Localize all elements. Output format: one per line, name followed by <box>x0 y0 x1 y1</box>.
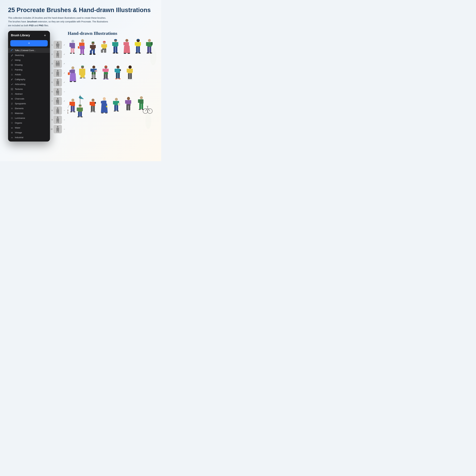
brush-item-vintage[interactable]: Vintage <box>8 130 50 135</box>
sketching-icon <box>10 54 14 57</box>
brush-item-painting[interactable]: Painting <box>8 67 50 72</box>
brush-item-industrial[interactable]: Industrial <box>8 135 50 140</box>
brush-item-inking[interactable]: Inking <box>8 58 50 63</box>
svg-rect-249 <box>71 102 75 106</box>
thumb-img-10[interactable] <box>53 125 62 133</box>
svg-point-38 <box>56 61 57 62</box>
desc-line1: This collection includes 25 brushes and … <box>8 17 106 19</box>
thumb-img-2[interactable] <box>53 50 62 58</box>
svg-rect-63 <box>58 103 59 104</box>
brush-item-sketching[interactable]: Sketching <box>8 53 50 58</box>
thumb-img-6[interactable] <box>53 87 62 96</box>
svg-point-129 <box>135 52 138 53</box>
desc-middle: extension, so they are only compatible w… <box>37 20 108 23</box>
svg-rect-181 <box>118 73 120 79</box>
brush-item-water[interactable]: Water <box>8 125 50 130</box>
panel-add-button[interactable]: + <box>43 33 47 37</box>
svg-rect-79 <box>71 48 72 53</box>
svg-rect-245 <box>141 103 143 109</box>
industrial-label: Industrial <box>15 136 48 139</box>
thumb-check-4: ✓ <box>63 71 66 74</box>
vintage-icon <box>10 131 14 134</box>
brush-item-spraypaints[interactable]: Spraypaints <box>8 101 50 106</box>
svg-rect-244 <box>139 103 141 109</box>
brush-item-airbrushing[interactable]: Airbrushing <box>8 82 50 87</box>
svg-point-144 <box>73 81 76 82</box>
svg-rect-65 <box>56 109 59 113</box>
thumb-row-3: 3 ✓ <box>50 59 66 68</box>
svg-rect-197 <box>78 112 80 117</box>
illustrations-title: Hand-drawn Illustrations <box>68 31 161 36</box>
brush-item-organic[interactable]: Organic <box>8 120 50 125</box>
svg-rect-85 <box>80 46 85 49</box>
svg-rect-149 <box>84 69 85 75</box>
header-section: 25 Procreate Brushes & Hand-drawn Illust… <box>8 6 153 28</box>
svg-rect-62 <box>57 103 57 104</box>
textures-label: Textures <box>15 88 48 90</box>
svg-rect-212 <box>101 101 102 103</box>
inking-icon <box>10 58 14 62</box>
svg-rect-160 <box>92 72 93 75</box>
thumb-img-4[interactable] <box>53 69 62 77</box>
materials-icon <box>10 112 14 115</box>
svg-rect-250 <box>69 102 71 105</box>
brush-item-elements[interactable]: Elements <box>8 106 50 111</box>
svg-point-254 <box>70 111 72 112</box>
thumb-num-8: 8 <box>50 109 52 111</box>
svg-point-16 <box>12 108 12 109</box>
thumb-num-1: 1 <box>50 44 52 46</box>
svg-rect-120 <box>123 42 125 45</box>
brush-item-luminance[interactable]: Luminance <box>8 116 50 120</box>
svg-rect-127 <box>136 46 138 53</box>
thumb-img-9[interactable] <box>53 116 62 124</box>
drawing-label: Drawing <box>15 64 48 66</box>
elements-label: Elements <box>15 107 48 110</box>
calligraphy-label: Calligraphy <box>15 78 48 81</box>
thumb-img-1[interactable] <box>53 41 62 49</box>
svg-rect-70 <box>57 121 57 123</box>
svg-rect-71 <box>58 121 59 123</box>
svg-rect-203 <box>90 102 91 105</box>
vintage-label: Vintage <box>15 131 48 134</box>
brush-item-artistic[interactable]: Artistic <box>8 72 50 77</box>
svg-point-174 <box>106 79 109 80</box>
brush-item-calligraphy[interactable]: Calligraphy <box>8 77 50 82</box>
inking-label: Inking <box>15 59 48 61</box>
thumb-check-6: – <box>63 90 66 93</box>
svg-point-28 <box>57 42 58 43</box>
desc-line2: The brushes have .brushset extension, so… <box>8 20 108 27</box>
svg-point-173 <box>103 79 106 80</box>
svg-point-199 <box>77 116 80 117</box>
illustrations-section: Hand-drawn Illustrations <box>68 31 161 121</box>
new-brush-button[interactable]: + <box>10 40 48 46</box>
brush-item-materials[interactable]: Materials <box>8 111 50 116</box>
svg-point-183 <box>118 78 121 79</box>
thumb-img-3[interactable] <box>53 59 62 68</box>
svg-point-210 <box>103 97 106 101</box>
svg-rect-10 <box>12 89 13 90</box>
svg-rect-205 <box>95 102 96 104</box>
png-keyword: PNG <box>39 24 44 27</box>
brush-item-charcoals[interactable]: Charcoals <box>8 96 50 101</box>
svg-rect-206 <box>91 106 93 112</box>
thumb-img-5[interactable] <box>53 78 62 86</box>
sketching-label: Sketching <box>15 54 48 56</box>
svg-point-233 <box>126 110 128 111</box>
brush-item-drawing[interactable]: Drawing <box>8 63 50 67</box>
svg-rect-119 <box>125 42 129 46</box>
svg-point-46 <box>57 70 58 71</box>
brush-item-textures[interactable]: Textures <box>8 87 50 92</box>
active-brush-item[interactable]: Toffu | Colored Comi... <box>8 48 50 53</box>
thumb-img-8[interactable] <box>53 106 62 115</box>
svg-rect-236 <box>139 99 143 104</box>
svg-rect-31 <box>58 44 59 46</box>
svg-rect-35 <box>56 53 59 56</box>
svg-rect-219 <box>113 101 115 104</box>
svg-rect-231 <box>126 105 128 110</box>
painting-label: Painting <box>15 68 48 71</box>
brush-item-abstract[interactable]: Abstract <box>8 92 50 96</box>
svg-rect-237 <box>138 99 140 103</box>
thumb-img-7[interactable] <box>53 97 62 105</box>
svg-point-39 <box>58 61 59 62</box>
airbrushing-icon <box>10 83 14 86</box>
